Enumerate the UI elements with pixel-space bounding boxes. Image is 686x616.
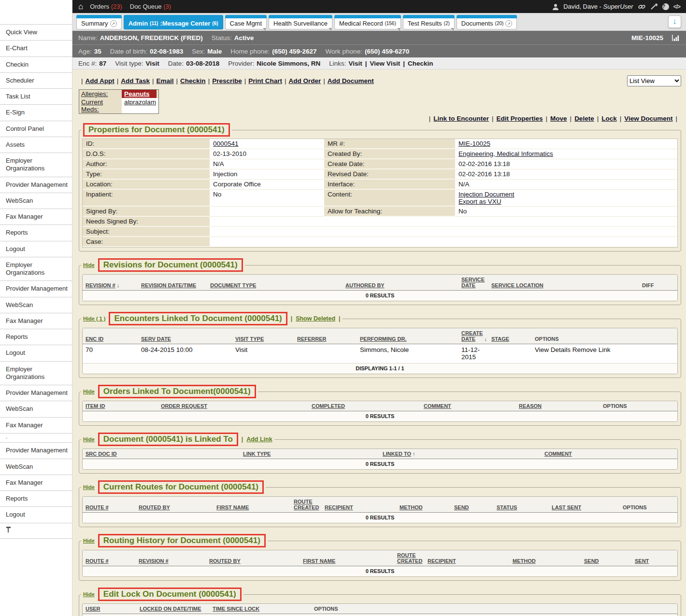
download-button[interactable]: ↓ [668,15,681,28]
home-icon[interactable]: ⌂ [78,2,83,11]
doc-action-link-to-encounter[interactable]: Link to Encounter [433,115,489,122]
column-header-recipient[interactable]: RECIPIENT [325,504,400,510]
sidebar-item-webscan[interactable]: WebScan [0,459,72,475]
column-header-document-type[interactable]: DOCUMENT TYPE [210,282,345,288]
column-header-revision-date-time[interactable]: REVISION DATE/TIME [141,282,210,288]
orders-linked-hide-link[interactable]: Hide [83,389,95,394]
user-name[interactable]: David, Dave - SuperUser [563,3,633,10]
column-header-last-sent[interactable]: LAST SENT [552,504,623,510]
sidebar-item-reports[interactable]: Reports [0,329,72,345]
column-header-recipient[interactable]: RECIPIENT [428,558,513,564]
action-prescribe[interactable]: Prescribe [212,77,242,84]
column-header-stage[interactable]: STAGE [491,336,535,342]
doc-action-delete[interactable]: Delete [574,115,594,122]
sidebar-item-fax-manager[interactable]: Fax Manager [0,418,72,434]
current-routes-hide-link[interactable]: Hide [83,484,95,490]
column-header-locked-on-date-time[interactable]: LOCKED ON DATE/TIME [140,606,213,612]
column-header-first-name[interactable]: FIRST NAME [303,558,397,564]
prop-link-0000541[interactable]: 0000541 [213,140,239,147]
sidebar-item-reports[interactable]: Reports [0,225,72,241]
prop-link-mie-10025[interactable]: MIE-10025 [458,140,490,147]
doc-action-move[interactable]: Move [550,115,567,122]
prop-link-export-as-vxu[interactable]: Export as VXU [458,198,501,205]
sidebar-pin-toggle[interactable] [0,523,72,539]
column-header-method[interactable]: METHOD [513,558,584,564]
action-add-appt[interactable]: Add Appt [86,77,114,84]
popout-icon[interactable]: ↗ [505,20,512,27]
sidebar-item-quick-view[interactable]: Quick View [0,25,72,41]
sidebar-item-checkin[interactable]: Checkin [0,57,72,73]
tab-health-surveillance[interactable]: Health Surveillance [269,15,332,29]
allergies-link[interactable]: Allergies: [79,90,122,98]
column-header-revision[interactable]: REVISION # [139,558,209,564]
sidebar-item-webscan[interactable]: WebScan [0,193,72,209]
doc-action-lock[interactable]: Lock [601,115,617,122]
column-header-authored-by[interactable]: AUTHORED BY [345,282,461,288]
sidebar-item-logout[interactable]: Logout [0,345,72,361]
prop-link-injection-document[interactable]: Injection Document [458,191,514,198]
sidebar-item-logout[interactable]: Logout [0,241,72,257]
action-email[interactable]: Email [157,77,174,84]
column-header-route-created[interactable]: ROUTE CREATED [397,552,428,564]
sidebar-item-control-panel[interactable]: Control Panel [0,121,72,137]
sidebar-item-provider-management[interactable]: Provider Management [0,281,72,297]
view-select[interactable]: List View [627,75,681,86]
action-checkin[interactable]: Checkin [180,77,206,84]
column-header-sent[interactable]: SENT [635,558,674,564]
sidebar-item-e-chart[interactable]: E-Chart [0,41,72,56]
column-header-route[interactable]: ROUTE # [86,558,139,564]
column-header-first-name[interactable]: FIRST NAME [216,504,294,510]
sidebar-item-e-sign[interactable]: E-Sign [0,105,72,121]
routing-history-hide-link[interactable]: Hide [83,538,95,544]
encounter-link-checkin[interactable]: Checkin [408,60,433,67]
column-header-method[interactable]: METHOD [400,504,454,510]
add-link-link[interactable]: Add Link [246,436,272,443]
sidebar-item-logout[interactable]: Logout [0,507,72,523]
sidebar-item-reports[interactable]: Reports [0,491,72,507]
sidebar-item-provider-management[interactable]: Provider Management [0,385,72,401]
column-header-comment[interactable]: COMMENT [544,451,674,457]
column-header-routed-by[interactable]: ROUTED BY [139,504,216,510]
encounters-linked-hide-link[interactable]: Hide ( 1 ) [83,316,105,322]
code-icon[interactable]: </> [673,3,680,10]
column-header-revision[interactable]: REVISION #↓ [86,282,141,288]
tab-case-mgmt[interactable]: Case Mgmt [225,15,267,29]
column-header-routed-by[interactable]: ROUTED BY [209,558,303,564]
sidebar-item-provider-management[interactable]: Provider Management [0,177,72,193]
prop-link-engineering-medical-informatics[interactable]: Engineering, Medical Informatics [458,150,553,157]
med-value-link[interactable]: alprazolam [122,98,158,113]
revisions-hide-link[interactable]: Hide [83,262,95,268]
chart-icon[interactable] [672,35,680,41]
column-header-performing-dr[interactable]: PERFORMING DR. [360,336,461,342]
column-header-route[interactable]: ROUTE # [86,504,139,510]
column-header-reason[interactable]: REASON [519,403,603,409]
column-header-order-request[interactable]: ORDER REQUEST [161,403,312,409]
sidebar-item-assets[interactable]: Assets [0,137,72,153]
tab-documents[interactable]: Documents (20)↗ [457,15,517,29]
tab-summary[interactable]: Summary↗ [76,15,122,29]
tab-admin-message-center[interactable]: Admin (11):Message Center (6) [124,15,223,29]
encounter-link-view-visit[interactable]: View Visit [370,60,400,67]
column-header-send[interactable]: SEND [584,558,635,564]
doc-action-view-document[interactable]: View Document [624,115,672,122]
column-header-src-doc-id[interactable]: SRC DOC ID [86,451,243,457]
column-header-comment[interactable]: COMMENT [424,403,519,409]
link-icon[interactable] [638,3,646,10]
sidebar-item-webscan[interactable]: WebScan [0,297,72,313]
column-header-service-location[interactable]: SERVICE LOCATION [491,282,642,288]
sidebar-item-employer-organizations[interactable]: Employer Organizations [0,257,72,281]
column-header-completed[interactable]: COMPLETED [312,403,424,409]
current-meds-link[interactable]: Current Meds: [79,98,122,113]
action-add-order[interactable]: Add Order [288,77,321,84]
action-print-chart[interactable]: Print Chart [248,77,282,84]
sidebar-item-webscan[interactable]: WebScan [0,401,72,417]
tab-medical-record[interactable]: Medical Record (156) [334,15,401,29]
action-add-document[interactable]: Add Document [328,77,374,84]
sidebar-item-task-list[interactable]: Task List [0,89,72,105]
sidebar-item-employer-organizations[interactable]: Employer Organizations [0,153,72,177]
show-deleted-link[interactable]: Show Deleted [296,315,335,322]
column-header-link-type[interactable]: LINK TYPE [243,451,383,457]
column-header-linked-to[interactable]: LINKED TO↑ [383,451,544,457]
tab-test-results[interactable]: Test Results (2) [403,15,455,29]
column-header-referrer[interactable]: REFERRER [297,336,360,342]
